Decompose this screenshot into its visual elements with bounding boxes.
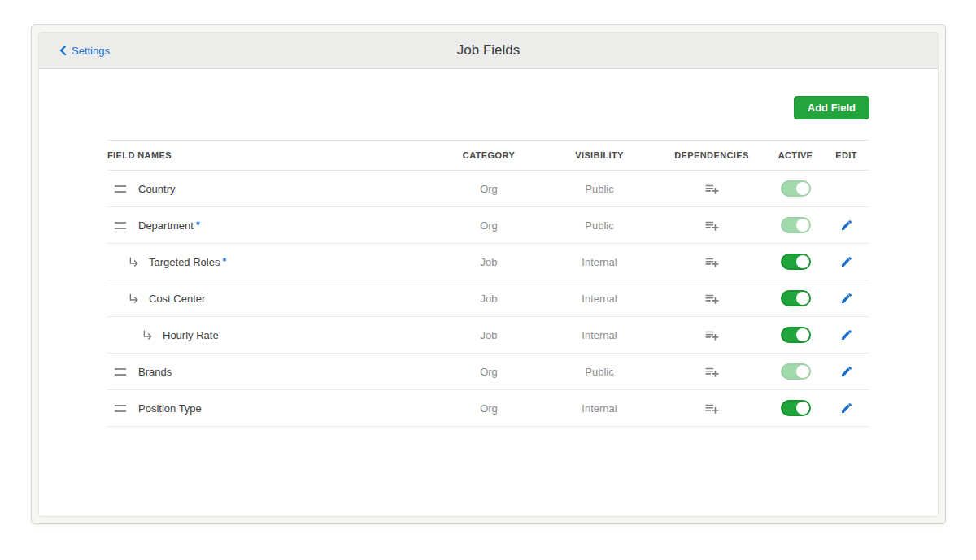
category-cell: Job	[432, 329, 546, 341]
column-header-visibility: VISIBILITY	[546, 150, 653, 160]
field-name-cell: Department *	[107, 219, 432, 232]
add-field-button[interactable]: Add Field	[794, 96, 869, 119]
add-dependency-icon[interactable]	[703, 216, 721, 235]
column-header-edit: EDIT	[821, 150, 872, 160]
column-header-dependencies: DEPENDENCIES	[653, 150, 770, 160]
table-row: Targeted Roles * Job Internal	[107, 244, 869, 280]
visibility-cell: Public	[546, 366, 653, 378]
add-dependency-icon[interactable]	[703, 253, 721, 271]
active-toggle[interactable]	[781, 327, 811, 343]
visibility-cell: Internal	[546, 402, 653, 415]
dependencies-cell	[653, 216, 770, 235]
edit-cell	[821, 363, 872, 380]
active-cell	[770, 400, 821, 416]
visibility-cell: Public	[546, 183, 653, 195]
edit-cell	[821, 400, 872, 416]
drag-handle-icon[interactable]	[115, 222, 126, 229]
job-fields-card: Settings Job Fields Add Field FIELD NAME…	[38, 32, 939, 517]
active-toggle[interactable]	[781, 254, 811, 270]
column-header-category: CATEGORY	[432, 150, 546, 160]
field-name-cell: Position Type	[107, 402, 432, 415]
table-body: Country Org Public Department * Org Publ…	[107, 171, 869, 427]
table-row: Brands Org Public	[107, 354, 869, 390]
edit-pencil-icon[interactable]	[839, 327, 855, 343]
field-name-cell: Country	[107, 183, 432, 195]
field-name-label: Department	[138, 219, 194, 232]
active-toggle[interactable]	[781, 180, 811, 197]
required-asterisk: *	[222, 256, 226, 267]
column-header-active: ACTIVE	[770, 150, 821, 160]
field-name-cell: Brands	[107, 366, 432, 378]
edit-pencil-icon[interactable]	[839, 400, 855, 416]
field-name-cell: Targeted Roles *	[107, 255, 432, 268]
drag-handle-icon[interactable]	[115, 185, 126, 193]
back-link-label: Settings	[72, 45, 110, 57]
active-toggle[interactable]	[781, 290, 811, 306]
visibility-cell: Internal	[546, 293, 653, 305]
dependencies-cell	[653, 326, 770, 345]
category-cell: Org	[432, 402, 546, 415]
dependencies-cell	[653, 253, 770, 271]
back-to-settings-link[interactable]: Settings	[59, 45, 110, 57]
active-cell	[770, 254, 821, 270]
active-cell	[770, 217, 821, 233]
table-header-row: FIELD NAMES CATEGORY VISIBILITY DEPENDEN…	[107, 140, 869, 171]
edit-cell	[821, 290, 872, 306]
active-toggle[interactable]	[781, 400, 811, 416]
field-name-cell: Cost Center	[107, 292, 432, 305]
field-name-label: Position Type	[138, 402, 202, 415]
table-row: Position Type Org Internal	[107, 390, 869, 427]
active-toggle[interactable]	[781, 217, 811, 233]
toolbar: Add Field	[107, 96, 869, 119]
category-cell: Org	[432, 366, 546, 378]
subdirectory-arrow-icon	[128, 255, 141, 268]
active-cell	[770, 363, 821, 380]
table-row: Hourly Rate Job Internal	[107, 317, 869, 354]
edit-pencil-icon[interactable]	[839, 254, 855, 270]
field-name-label: Targeted Roles	[149, 256, 220, 268]
drag-handle-icon[interactable]	[115, 405, 126, 412]
active-cell	[770, 327, 821, 343]
category-cell: Org	[432, 219, 546, 232]
visibility-cell: Internal	[546, 256, 653, 268]
active-cell	[770, 290, 821, 306]
dependencies-cell	[653, 180, 770, 198]
column-header-field-names: FIELD NAMES	[107, 150, 432, 160]
edit-pencil-icon[interactable]	[839, 363, 855, 380]
edit-pencil-icon[interactable]	[839, 290, 855, 306]
category-cell: Org	[432, 183, 546, 195]
dependencies-cell	[653, 362, 770, 381]
edit-cell	[821, 217, 872, 233]
add-dependency-icon[interactable]	[703, 289, 721, 308]
table-row: Department * Org Public	[107, 207, 869, 244]
chevron-left-icon	[59, 46, 67, 55]
card-header: Settings Job Fields	[39, 33, 938, 69]
visibility-cell: Internal	[546, 329, 653, 341]
category-cell: Job	[432, 293, 546, 305]
table-row: Cost Center Job Internal	[107, 280, 869, 317]
add-dependency-icon[interactable]	[703, 180, 721, 198]
edit-cell	[821, 327, 872, 343]
page-title: Job Fields	[39, 42, 938, 59]
field-name-label: Country	[138, 183, 176, 195]
required-asterisk: *	[196, 219, 200, 231]
field-name-cell: Hourly Rate	[107, 328, 432, 341]
edit-cell	[821, 254, 872, 270]
add-dependency-icon[interactable]	[703, 326, 721, 345]
visibility-cell: Public	[546, 219, 653, 232]
active-toggle[interactable]	[781, 363, 811, 380]
field-name-label: Brands	[138, 366, 172, 378]
field-name-label: Cost Center	[149, 293, 205, 305]
table-row: Country Org Public	[107, 171, 869, 207]
active-cell	[770, 180, 821, 197]
category-cell: Job	[432, 256, 546, 268]
subdirectory-arrow-icon	[128, 292, 141, 305]
subdirectory-arrow-icon	[142, 328, 155, 341]
dependencies-cell	[653, 289, 770, 308]
drag-handle-icon[interactable]	[115, 368, 126, 376]
field-name-label: Hourly Rate	[163, 329, 219, 341]
settings-window: Settings Job Fields Add Field FIELD NAME…	[31, 24, 946, 524]
add-dependency-icon[interactable]	[703, 362, 721, 381]
edit-pencil-icon[interactable]	[839, 217, 855, 233]
add-dependency-icon[interactable]	[703, 399, 721, 418]
